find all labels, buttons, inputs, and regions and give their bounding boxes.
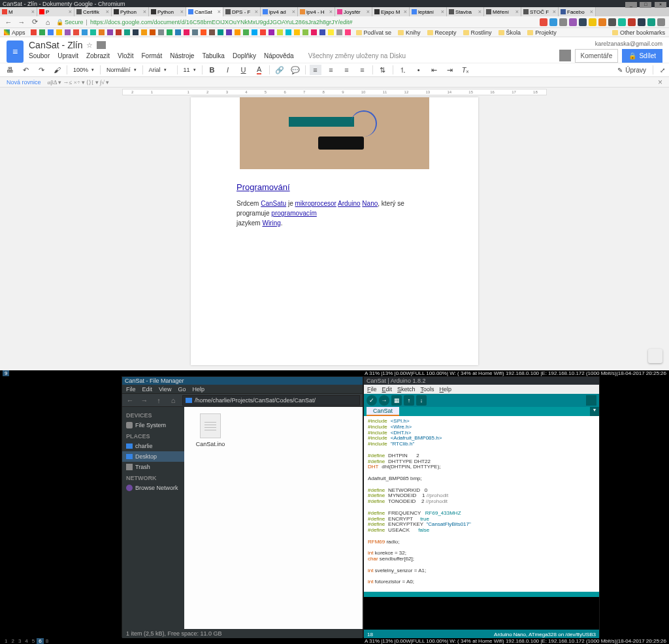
print-button[interactable]: 🖶	[4, 65, 16, 75]
extension-icon[interactable]	[559, 18, 567, 26]
save-button[interactable]: ↓	[416, 395, 427, 406]
star-icon[interactable]: ☆	[86, 41, 93, 50]
font-select[interactable]: Arial	[147, 67, 173, 73]
browser-tab[interactable]: Joysfér×	[335, 7, 372, 16]
back-button[interactable]: ←	[4, 18, 13, 27]
bookmark-folder[interactable]: Podívat se	[356, 29, 392, 36]
window-min-button[interactable]: _	[625, 2, 637, 8]
fm-forward-button[interactable]: →	[139, 395, 150, 406]
text-color-button[interactable]: A	[253, 65, 265, 75]
bookmark-icon[interactable]	[252, 29, 257, 35]
bookmark-icon[interactable]	[235, 29, 240, 35]
workspace-button[interactable]: 8	[44, 638, 50, 644]
bookmark-icon[interactable]	[184, 29, 189, 35]
browser-tab[interactable]: Stavba×	[447, 7, 484, 16]
extension-icon[interactable]	[549, 18, 557, 26]
outdent-button[interactable]: ⇤	[429, 65, 440, 75]
docs-logo-icon[interactable]: ≡	[7, 40, 24, 63]
underline-button[interactable]: U	[238, 65, 250, 75]
docs-menu-item[interactable]: Zobrazit	[86, 52, 110, 59]
fm-up-button[interactable]: ↑	[154, 395, 164, 406]
bookmark-icon[interactable]	[158, 29, 164, 35]
docs-menu-item[interactable]: Nápověda	[264, 52, 294, 59]
window-close-button[interactable]: ×	[655, 2, 666, 8]
bookmark-icon[interactable]	[269, 29, 274, 35]
bookmark-icon[interactable]	[345, 29, 351, 35]
comments-button[interactable]: Komentáře	[575, 49, 619, 63]
extension-icon[interactable]	[618, 18, 626, 26]
ard-menu-item[interactable]: Help	[440, 386, 452, 393]
fm-menu-item[interactable]: Go	[178, 386, 186, 393]
url-field[interactable]: 🔒 Secure | https://docs.google.com/docum…	[56, 19, 540, 25]
zoom-select[interactable]: 100%	[71, 67, 96, 73]
indent-button[interactable]: ⇥	[444, 65, 456, 75]
browser-tab[interactable]: Certifik×	[74, 7, 112, 16]
bookmark-icon[interactable]	[141, 29, 147, 35]
bookmark-icon[interactable]	[133, 29, 139, 35]
document-page[interactable]: Programování Srdcem CanSatu je mikroproc…	[191, 97, 478, 365]
numbered-list-button[interactable]: ⒈	[397, 65, 409, 75]
docs-menu-item[interactable]: Upravit	[57, 52, 78, 59]
expand-button[interactable]: ⤢	[660, 67, 665, 74]
browser-tab[interactable]: Facebo×	[559, 7, 596, 16]
bookmark-icon[interactable]	[319, 29, 325, 35]
bookmark-icon[interactable]	[107, 29, 113, 35]
fm-menu-item[interactable]: View	[159, 386, 171, 393]
apps-button[interactable]: Apps	[4, 29, 25, 36]
collaborator-avatar[interactable]	[559, 50, 571, 61]
docs-menu-item[interactable]: Formát	[142, 52, 163, 59]
bookmark-icon[interactable]	[82, 29, 88, 35]
bold-button[interactable]: B	[206, 65, 218, 75]
bookmark-icon[interactable]	[260, 29, 266, 35]
bookmark-folder[interactable]: Projekty	[527, 29, 557, 36]
bookmark-icon[interactable]	[39, 29, 45, 35]
other-bookmarks[interactable]: Other bookmarks	[612, 29, 665, 36]
docs-menu-item[interactable]: Soubor	[29, 52, 50, 59]
tab-menu-button[interactable]: ▾	[590, 407, 599, 416]
extension-icon[interactable]	[598, 18, 606, 26]
redo-button[interactable]: ↷	[35, 65, 47, 75]
workspace-button[interactable]: 4	[23, 638, 29, 644]
workspace-button[interactable]: 3	[16, 638, 23, 644]
bookmark-icon[interactable]	[48, 29, 54, 35]
fm-filesystem-item[interactable]: File System	[122, 420, 184, 430]
align-center-button[interactable]: ≡	[325, 65, 337, 75]
document-image[interactable]	[240, 97, 429, 169]
equation-symbols[interactable]: αβΔ ▾ →≤ ×÷ ▾ ⟨⟩[ ▾ ∫√ ▾	[48, 79, 110, 86]
workspace-9[interactable]: 9	[3, 370, 9, 376]
undo-button[interactable]: ↶	[20, 65, 31, 75]
share-button[interactable]: 🔒Sdílet	[622, 49, 662, 63]
explore-button[interactable]	[648, 349, 662, 363]
ard-menu-item[interactable]: Edit	[382, 386, 393, 393]
extension-icon[interactable]	[589, 18, 596, 26]
align-left-button[interactable]: ≡	[310, 65, 321, 75]
link-button[interactable]: 🔗	[274, 65, 286, 75]
open-button[interactable]: ↑	[404, 395, 414, 406]
fm-home-item[interactable]: charlie	[122, 441, 184, 451]
bookmark-icon[interactable]	[336, 29, 342, 35]
new-equation-button[interactable]: Nová rovnice	[7, 79, 41, 86]
bookmark-icon[interactable]	[116, 29, 122, 35]
bookmark-icon[interactable]	[311, 29, 317, 35]
extension-icon[interactable]	[608, 18, 616, 26]
bookmark-icon[interactable]	[124, 29, 130, 35]
close-eq-button[interactable]: ×	[658, 78, 662, 87]
style-select[interactable]: Normální	[105, 67, 139, 73]
bookmark-icon[interactable]	[192, 29, 198, 35]
ruler[interactable]: 21123456789101112131415161718	[122, 89, 547, 95]
italic-button[interactable]: I	[222, 65, 234, 75]
extension-icon[interactable]	[647, 18, 655, 26]
editing-mode[interactable]: Úpravy	[625, 67, 646, 74]
fm-trash-item[interactable]: Trash	[122, 462, 184, 472]
bookmark-icon[interactable]	[226, 29, 232, 35]
workspace-button[interactable]: 5	[30, 638, 37, 644]
paint-format-button[interactable]: 🖌	[51, 65, 63, 75]
browser-tab[interactable]: Python×	[149, 7, 186, 16]
bookmark-icon[interactable]	[150, 29, 155, 35]
sketch-tab[interactable]: CanSat	[367, 407, 399, 416]
fm-content-area[interactable]: CanSat.ino	[184, 407, 363, 629]
forward-button[interactable]: →	[17, 18, 26, 27]
ard-menu-item[interactable]: File	[367, 386, 377, 393]
docs-menu-item[interactable]: Vložit	[118, 52, 133, 59]
upload-button[interactable]: →	[379, 395, 389, 406]
